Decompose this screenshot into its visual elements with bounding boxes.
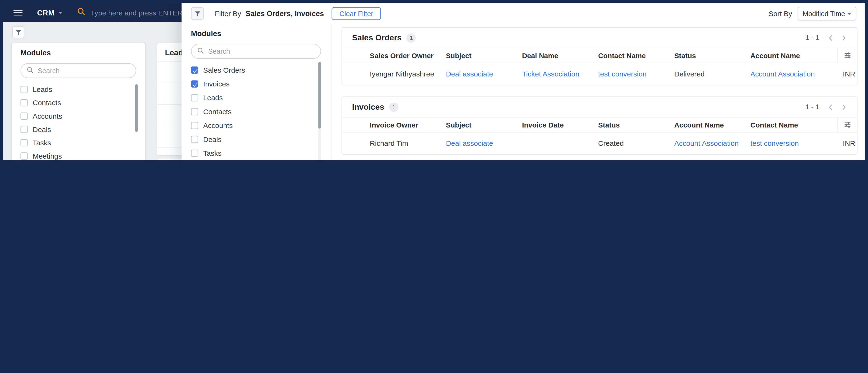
result-cell[interactable]: Account Association xyxy=(674,139,750,147)
module-label: Deals xyxy=(33,125,51,133)
module-filter-option[interactable]: Accounts xyxy=(21,109,136,122)
result-cell[interactable]: Ticket Association xyxy=(522,70,598,78)
module-search-input[interactable] xyxy=(38,67,130,75)
module-filter-option[interactable]: Contacts xyxy=(21,96,136,109)
sort-dropdown[interactable]: Modified Time xyxy=(798,7,857,21)
crm-app-window: CRM Modules xyxy=(3,3,865,160)
table-row[interactable]: Richard TimDeal associateCreatedAccount … xyxy=(342,133,857,154)
column-header: Invoice Date xyxy=(522,121,598,129)
scrollbar-thumb[interactable] xyxy=(135,84,138,132)
pagination-range: 1 - 1 xyxy=(805,34,819,41)
panel-title: Modules xyxy=(21,49,136,57)
pagination-prev-button[interactable] xyxy=(829,104,832,110)
pagination-next-button[interactable] xyxy=(842,35,846,41)
scrollbar[interactable] xyxy=(318,62,321,160)
column-header: Deal Name xyxy=(522,51,598,60)
result-cell[interactable]: Richard Tim xyxy=(370,139,446,147)
search-icon xyxy=(197,46,204,56)
column-settings-button[interactable] xyxy=(837,117,857,132)
module-label: Sales Orders xyxy=(203,66,245,74)
module-label: Invoices xyxy=(203,80,229,88)
checkbox[interactable] xyxy=(21,125,28,133)
module-filter-option[interactable]: Meetings xyxy=(21,149,136,160)
filter-by-label: Filter By xyxy=(215,9,241,18)
module-search xyxy=(21,63,136,78)
results-area: Sales Orders 1 1 - 1 xyxy=(332,24,865,160)
module-label: Tasks xyxy=(33,138,51,146)
column-header: Invoice Owner xyxy=(370,121,446,129)
sort-by-label: Sort By xyxy=(769,9,792,18)
pagination-range: 1 - 1 xyxy=(805,103,819,111)
module-filter-option[interactable]: Leads xyxy=(191,91,321,105)
module-filter-option[interactable]: Deals xyxy=(21,122,136,136)
module-label: Meetings xyxy=(33,151,62,160)
column-header: Contact Name xyxy=(750,121,838,129)
search-icon xyxy=(27,66,34,76)
result-cell[interactable]: Deal associate xyxy=(446,139,522,147)
module-filter-option[interactable]: Tasks xyxy=(21,136,136,149)
result-cell[interactable]: INR 1 xyxy=(838,139,857,147)
checkbox[interactable] xyxy=(191,66,198,74)
clear-filter-button[interactable]: Clear Filter xyxy=(332,7,381,20)
section-title: Invoices xyxy=(352,103,384,111)
filter-toggle-button[interactable] xyxy=(191,7,204,20)
module-label: Leads xyxy=(33,85,53,93)
pagination-next-button[interactable] xyxy=(842,104,846,110)
column-header: Subject xyxy=(446,121,522,129)
module-filter-option[interactable]: Sales Orders xyxy=(191,63,321,77)
module-label: Contacts xyxy=(203,108,232,116)
checkbox[interactable] xyxy=(21,112,28,119)
checkbox[interactable] xyxy=(21,99,28,106)
checkbox[interactable] xyxy=(21,139,28,146)
checkbox[interactable] xyxy=(191,122,198,129)
checkbox[interactable] xyxy=(191,108,198,115)
result-cell[interactable]: test conversion xyxy=(598,70,674,78)
column-header: Sales Order Owner xyxy=(370,51,446,60)
result-count-badge: 1 xyxy=(389,102,399,112)
pagination-prev-button[interactable] xyxy=(829,35,832,41)
module-filter-option[interactable]: Contacts xyxy=(191,105,321,118)
chevron-down-icon xyxy=(58,11,62,14)
checkbox[interactable] xyxy=(191,150,198,157)
module-search-input[interactable] xyxy=(208,48,315,55)
column-header: Status xyxy=(674,51,750,60)
column-settings-button[interactable] xyxy=(837,48,857,63)
panel-title: Modules xyxy=(191,29,321,38)
screen: CRM Modules xyxy=(0,0,868,160)
chevron-down-icon xyxy=(847,12,851,15)
result-cell[interactable]: Delivered xyxy=(674,70,750,78)
result-cell[interactable]: Iyengar Nithyashree xyxy=(370,70,446,78)
result-cell[interactable]: Deal associate xyxy=(446,70,522,78)
sales-orders-section: Sales Orders 1 1 - 1 xyxy=(342,27,857,85)
module-label: Accounts xyxy=(203,121,233,130)
table-row[interactable]: Iyengar NithyashreeDeal associateTicket … xyxy=(342,63,857,85)
checkbox[interactable] xyxy=(191,94,198,102)
module-filter-option[interactable]: Deals xyxy=(191,133,321,146)
checkbox[interactable] xyxy=(21,86,28,93)
module-filter-option[interactable]: Tasks xyxy=(191,146,321,160)
module-label: Contacts xyxy=(33,98,61,107)
column-header: Account Name xyxy=(750,51,838,60)
background-modules-list: Leads Contacts Accounts xyxy=(21,83,136,160)
result-cell[interactable]: test conversion xyxy=(750,139,838,147)
module-filter-option[interactable]: Invoices xyxy=(191,77,321,91)
app-switcher[interactable]: CRM xyxy=(37,8,62,17)
module-search xyxy=(191,44,321,59)
module-filter-option[interactable]: Accounts xyxy=(191,119,321,133)
search-icon xyxy=(77,7,86,18)
overlay-body: Modules Sales Orders xyxy=(182,24,865,160)
menu-toggle-icon[interactable] xyxy=(13,9,23,16)
checkbox[interactable] xyxy=(191,136,198,143)
result-cell[interactable]: INR 1 xyxy=(838,70,857,78)
scrollbar-thumb[interactable] xyxy=(318,62,321,128)
filter-toggle-button[interactable] xyxy=(12,26,24,38)
checkbox[interactable] xyxy=(21,152,28,159)
filter-header: Filter By Sales Orders, Invoices Clear F… xyxy=(182,3,865,24)
module-label: Deals xyxy=(203,135,222,144)
checkbox[interactable] xyxy=(191,80,198,87)
search-results-overlay: Filter By Sales Orders, Invoices Clear F… xyxy=(182,3,865,160)
app-name: CRM xyxy=(37,8,55,17)
result-cell[interactable]: Account Association xyxy=(750,70,838,78)
module-filter-option[interactable]: Leads xyxy=(21,83,136,96)
result-cell[interactable]: Created xyxy=(598,139,674,147)
